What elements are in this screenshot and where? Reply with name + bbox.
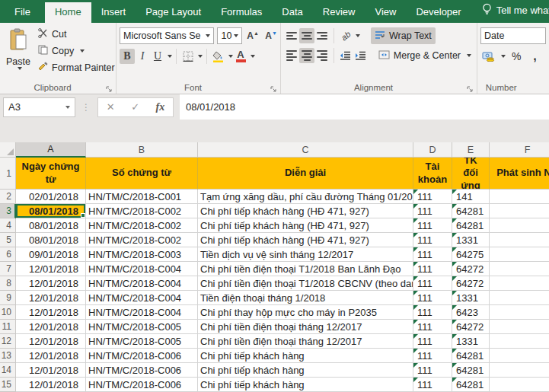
align-bottom-button[interactable] [314, 28, 330, 43]
row-header-6[interactable]: 6 [0, 247, 16, 262]
row-header-10[interactable]: 10 [0, 305, 16, 320]
cell-D11[interactable]: 111 [413, 320, 452, 334]
orientation-dropdown-arrow[interactable] [356, 34, 360, 37]
formula-input[interactable]: 08/01/2018 [180, 94, 549, 120]
underline-button[interactable]: U [150, 49, 165, 64]
cell-D2[interactable]: 111 [413, 190, 452, 204]
cell-D15[interactable]: 111 [413, 378, 452, 392]
column-header-C[interactable]: C [198, 142, 413, 158]
cell-A14[interactable]: 12/01/2018 [16, 363, 86, 378]
decrease-indent-button[interactable] [338, 48, 353, 63]
cell-A12[interactable]: 12/01/2018 [16, 334, 86, 349]
cell-F6[interactable] [490, 247, 549, 262]
cell-A4[interactable]: 08/01/2018 [16, 218, 86, 233]
font-color-button[interactable]: A [233, 49, 248, 64]
column-header-B[interactable]: B [86, 142, 198, 158]
cancel-button[interactable]: ✕ [107, 101, 115, 113]
font-dialog-launcher[interactable] [270, 84, 278, 91]
cell-A15[interactable]: 12/01/2018 [16, 378, 86, 392]
cell-E2[interactable]: 141 [452, 190, 490, 204]
cell-E15[interactable]: 64281 [452, 378, 490, 392]
cell-D14[interactable]: 111 [413, 363, 452, 378]
cell-B15[interactable]: HN/TM/C/2018-C006 [86, 378, 198, 392]
borders-button[interactable] [180, 49, 196, 64]
cell-C2[interactable]: Tạm ứng xăng dầu, phí cầu đường Tháng 01… [198, 190, 413, 204]
cell-D3[interactable]: 111 [413, 204, 452, 218]
cell-B11[interactable]: HN/TM/C/2018-C005 [86, 320, 198, 334]
merge-center-button[interactable]: Merge & Center [375, 47, 475, 64]
fill-color-button[interactable] [211, 49, 226, 64]
row-header-9[interactable]: 9 [0, 291, 16, 305]
header-cell-A1[interactable]: Ngày chứng từ [16, 158, 86, 190]
shrink-font-button[interactable]: A▼ [263, 28, 279, 43]
tell-me-box[interactable]: Tell me what you [471, 0, 549, 23]
cell-A11[interactable]: 12/01/2018 [16, 320, 86, 334]
cell-B3[interactable]: HN/TM/C/2018-C002 [86, 204, 198, 218]
cell-C6[interactable]: Tiền dịch vụ vệ sinh tháng 12/2017 [198, 247, 413, 262]
header-cell-B1[interactable]: Số chứng từ [86, 158, 198, 190]
tab-formulas[interactable]: Formulas [211, 2, 272, 23]
alignment-dialog-launcher[interactable] [467, 84, 474, 91]
cell-C11[interactable]: Chi phí tiền điện thoại tháng 12/2017 [198, 320, 413, 334]
cell-F9[interactable] [490, 291, 549, 305]
tab-file[interactable]: File [0, 2, 45, 23]
cell-E10[interactable]: 6423 [452, 305, 490, 320]
header-cell-E1[interactable]: TK đối ứng [452, 158, 490, 190]
name-box[interactable]: A3 [3, 97, 75, 117]
row-header-11[interactable]: 11 [0, 320, 16, 334]
copy-dropdown-arrow[interactable] [80, 49, 85, 53]
cut-button[interactable]: Cut [37, 26, 114, 43]
cell-E14[interactable]: 64281 [452, 363, 490, 378]
cell-C8[interactable]: Chi phí tiền điện thoại T1/2018 CBCNV (t… [198, 276, 413, 291]
cell-B13[interactable]: HN/TM/C/2018-C006 [86, 349, 198, 363]
cell-F7[interactable] [490, 262, 549, 276]
font-name-combo[interactable]: Microsoft Sans Se [120, 27, 214, 44]
underline-dropdown-arrow[interactable] [168, 55, 172, 58]
insert-function-button[interactable]: fx [156, 101, 165, 113]
row-header-3[interactable]: 3 [0, 204, 16, 218]
cell-D12[interactable]: 111 [413, 334, 452, 349]
cell-E6[interactable]: 64275 [452, 247, 490, 262]
row-header-14[interactable]: 14 [0, 363, 16, 378]
cell-E11[interactable]: 64272 [452, 320, 490, 334]
tab-developer[interactable]: Developer [406, 2, 471, 23]
row-header-5[interactable]: 5 [0, 233, 16, 247]
cell-E7[interactable]: 64272 [452, 262, 490, 276]
fill-handle[interactable] [81, 213, 85, 218]
row-header-15[interactable]: 15 [0, 378, 16, 392]
cell-B5[interactable]: HN/TM/C/2018-C002 [86, 233, 198, 247]
column-header-E[interactable]: E [452, 142, 490, 158]
cell-A3[interactable]: 08/01/2018 [16, 204, 86, 218]
name-box-dropdown-arrow[interactable] [65, 106, 70, 109]
cell-B12[interactable]: HN/TM/C/2018-C005 [86, 334, 198, 349]
clipboard-dialog-launcher[interactable] [106, 84, 113, 91]
cell-E4[interactable]: 64281 [452, 218, 490, 233]
cell-B2[interactable]: HN/TM/C/2018-C001 [86, 190, 198, 204]
row-header-1[interactable]: 1 [0, 158, 16, 190]
cell-C14[interactable]: Chi phí tiếp khách hàng [198, 363, 413, 378]
increase-indent-button[interactable] [353, 48, 369, 63]
cell-F14[interactable] [490, 363, 549, 378]
cell-C10[interactable]: Chi phí thay hộp mực cho máy in P2035 [198, 305, 413, 320]
cell-C7[interactable]: Chi phí tiền điện thoại T1/2018 Ban Lãnh… [198, 262, 413, 276]
cell-F12[interactable] [490, 334, 549, 349]
paste-button[interactable]: Paste [3, 26, 34, 78]
cell-E3[interactable]: 64281 [452, 204, 490, 218]
row-header-12[interactable]: 12 [0, 334, 16, 349]
cell-E9[interactable]: 1331 [452, 291, 490, 305]
row-header-4[interactable]: 4 [0, 218, 16, 233]
cell-B9[interactable]: HN/TM/C/2018-C004 [86, 291, 198, 305]
cell-C15[interactable]: Chi phí tiếp khách hàng [198, 378, 413, 392]
formula-bar-grip[interactable]: ⋮ [75, 102, 97, 113]
column-header-F[interactable]: F [490, 142, 549, 158]
format-painter-button[interactable]: Format Painter [37, 59, 114, 76]
cell-A6[interactable]: 09/01/2018 [16, 247, 86, 262]
copy-button[interactable]: Copy [37, 43, 114, 59]
paste-dropdown-arrow[interactable] [18, 67, 22, 70]
wrap-text-button[interactable]: Wrap Text [371, 27, 436, 44]
row-header-7[interactable]: 7 [0, 262, 16, 276]
grow-font-button[interactable]: A▲ [245, 28, 260, 43]
cell-E13[interactable]: 64281 [452, 349, 490, 363]
font-size-combo[interactable]: 10 [217, 27, 242, 44]
cell-F11[interactable] [490, 320, 549, 334]
